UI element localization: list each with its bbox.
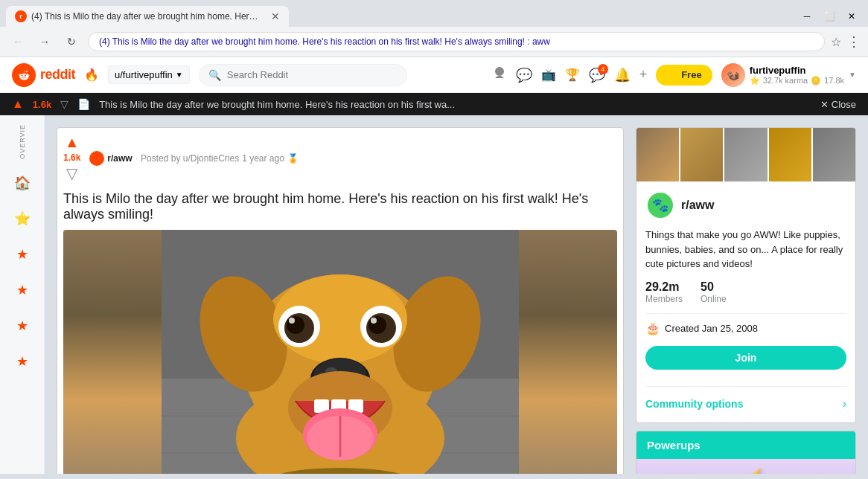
post-meta: r/aww · Posted by u/DjontieCries 1 year … bbox=[89, 151, 299, 166]
award-icon[interactable]: 🏆 bbox=[565, 68, 580, 82]
bookmark-icon[interactable]: ☆ bbox=[831, 35, 841, 49]
sidebar-star-4[interactable]: ★ bbox=[10, 314, 34, 338]
community-name[interactable]: r/aww bbox=[681, 199, 714, 212]
banner-img-1 bbox=[636, 128, 679, 181]
members-value: 29.2m bbox=[645, 280, 683, 294]
reddit-logo[interactable]: reddit bbox=[12, 63, 75, 87]
user-profile[interactable]: 🦦 furtivepuffin ⭐ 32.7k karma 🪙 17.8k ▼ bbox=[721, 63, 856, 87]
vote-column: ▲ 1.6k ▽ bbox=[63, 134, 80, 182]
downvote-button[interactable]: ▽ bbox=[66, 164, 77, 182]
svg-point-19 bbox=[287, 316, 304, 334]
more-options-icon[interactable]: ⋮ bbox=[847, 33, 861, 50]
award-emoji: 🏅 bbox=[287, 153, 299, 164]
right-sidebar: 🐾 r/aww Things that make you go AWW! Lik… bbox=[636, 115, 868, 474]
join-button[interactable]: Join bbox=[645, 346, 846, 370]
search-input[interactable] bbox=[227, 69, 398, 80]
community-created: 🎂 Created Jan 25, 2008 bbox=[645, 321, 846, 335]
upvote-icon[interactable]: ▲ bbox=[12, 97, 24, 111]
chat-icon[interactable]: 💬 bbox=[516, 67, 532, 83]
post-area: ▲ 1.6k ▽ r/aww · Posted by u/DjontieCrie… bbox=[45, 115, 636, 474]
svg-point-21 bbox=[289, 318, 295, 324]
members-stat: 29.2m Members bbox=[645, 280, 683, 304]
post-header: ▲ 1.6k ▽ r/aww · Posted by u/DjontieCrie… bbox=[63, 134, 617, 182]
navigation-bar: ← → ↻ (4) This is Milo the day after we … bbox=[0, 27, 868, 57]
community-avatar: 🐾 bbox=[645, 190, 675, 220]
chevron-down-icon: ▼ bbox=[176, 71, 183, 79]
sidebar-star-2[interactable]: ★ bbox=[10, 242, 34, 266]
add-icon[interactable]: + bbox=[639, 67, 648, 83]
sidebar-star-3[interactable]: ★ bbox=[10, 278, 34, 302]
powerups-title: Powerups bbox=[647, 439, 701, 451]
user-dropdown-text: u/furtivepuffin bbox=[115, 69, 173, 80]
reddit-wordmark: reddit bbox=[40, 67, 75, 83]
back-button[interactable]: ← bbox=[7, 31, 28, 52]
banner-img-3 bbox=[724, 128, 767, 181]
banner-img-4 bbox=[769, 128, 811, 181]
community-options-row[interactable]: Community options › bbox=[645, 394, 846, 414]
close-label: Close bbox=[832, 99, 856, 110]
created-date: Created Jan 25, 2008 bbox=[665, 323, 758, 334]
content-area: ▲ 1.6k ▽ r/aww · Posted by u/DjontieCrie… bbox=[45, 115, 868, 474]
time-ago: 1 year ago bbox=[242, 153, 284, 164]
powerups-body: ⚡ bbox=[636, 459, 855, 475]
notification-text: This is Milo the day after we brought hi… bbox=[99, 99, 811, 110]
posted-by: Posted by u/DjontieCries bbox=[141, 153, 239, 164]
maximize-button[interactable]: ⬜ bbox=[819, 6, 840, 27]
user-dropdown[interactable]: u/furtivepuffin ▼ bbox=[108, 65, 190, 84]
minimize-button[interactable]: ─ bbox=[797, 6, 817, 27]
downvote-icon[interactable]: ▽ bbox=[60, 98, 68, 110]
online-stat: 50 Online bbox=[701, 280, 727, 304]
close-window-button[interactable]: ✕ bbox=[841, 6, 862, 27]
community-stats: 29.2m Members 50 Online bbox=[645, 280, 846, 304]
reddit-icon bbox=[12, 63, 36, 87]
message-icon[interactable]: 💬 4 bbox=[589, 67, 605, 83]
sidebar-home-icon[interactable]: 🏠 bbox=[10, 171, 34, 195]
avatar: 🦦 bbox=[721, 63, 745, 87]
tv-icon[interactable]: 📺 bbox=[541, 68, 556, 82]
post-title: This is Milo the day after we brought hi… bbox=[63, 191, 617, 222]
karma-coin-icon: 🪙 bbox=[811, 76, 821, 86]
sidebar-star-5[interactable]: ★ bbox=[10, 350, 34, 373]
chevron-down-icon: › bbox=[843, 397, 846, 411]
post-type-icon: 📄 bbox=[77, 98, 90, 110]
post-image bbox=[63, 230, 617, 474]
active-tab[interactable]: r (4) This is Milo the day after we brou… bbox=[6, 6, 289, 27]
stats-divider bbox=[645, 313, 846, 314]
sidebar-overview-label: OVERVIE bbox=[19, 124, 26, 159]
close-x-icon: ✕ bbox=[820, 99, 829, 110]
alien-icon[interactable] bbox=[492, 65, 507, 84]
notification-icon[interactable]: 🔔 bbox=[614, 67, 631, 83]
karma-coins: 17.8k bbox=[824, 76, 844, 85]
address-bar[interactable]: (4) This is Milo the day after we brough… bbox=[88, 32, 825, 51]
karma-amount: 32.7k karma bbox=[763, 76, 808, 85]
tab-close-button[interactable]: ✕ bbox=[271, 10, 280, 22]
community-header: 🐾 r/aww bbox=[645, 190, 846, 220]
notification-bar: ▲ 1.6k ▽ 📄 This is Milo the day after we… bbox=[0, 93, 868, 115]
forward-button[interactable]: → bbox=[34, 31, 55, 52]
sidebar-star-1[interactable]: ⭐ bbox=[10, 207, 34, 231]
vote-count-display: 1.6k bbox=[33, 99, 51, 110]
karma-info: ⭐ 32.7k karma 🪙 17.8k bbox=[750, 76, 844, 86]
community-card: 🐾 r/aww Things that make you go AWW! Lik… bbox=[636, 127, 856, 423]
notification-close-button[interactable]: ✕ Close bbox=[820, 99, 856, 110]
karma-star-icon: ⭐ bbox=[750, 76, 760, 86]
refresh-button[interactable]: ↻ bbox=[61, 31, 82, 52]
premium-button[interactable]: Free bbox=[656, 65, 712, 86]
svg-point-20 bbox=[368, 316, 386, 334]
main-layout: OVERVIE 🏠 ⭐ ★ ★ ★ ★ ▲ 1.6k ▽ bbox=[0, 115, 868, 474]
header-icons: 💬 📺 🏆 💬 4 🔔 + bbox=[492, 65, 648, 84]
online-value: 50 bbox=[701, 280, 727, 294]
premium-label: Free bbox=[681, 69, 701, 80]
search-icon: 🔍 bbox=[208, 69, 221, 81]
banner-img-2 bbox=[680, 128, 723, 181]
profile-chevron-icon: ▼ bbox=[849, 71, 856, 79]
address-text: (4) This is Milo the day after we brough… bbox=[99, 36, 814, 47]
subreddit-name[interactable]: r/aww bbox=[107, 153, 132, 164]
cake-icon: 🎂 bbox=[645, 321, 660, 335]
search-bar[interactable]: 🔍 bbox=[199, 64, 407, 86]
premium-circle-icon bbox=[666, 69, 678, 81]
upvote-button[interactable]: ▲ bbox=[65, 134, 80, 151]
tab-favicon: r bbox=[15, 10, 27, 22]
community-description: Things that make you go AWW! Like puppie… bbox=[645, 228, 846, 271]
vote-count: 1.6k bbox=[63, 152, 80, 163]
